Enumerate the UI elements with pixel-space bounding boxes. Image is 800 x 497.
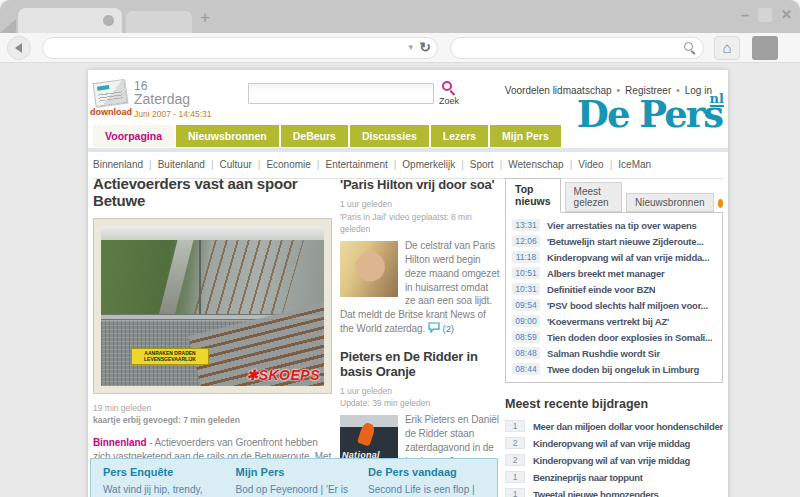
home-button[interactable]: ⌂ <box>714 36 740 60</box>
news-title[interactable]: 'Koevermans vertrekt bij AZ' <box>547 316 669 327</box>
sidebar-tab-nieuwsbronnen[interactable]: Nieuwsbronnen <box>626 193 714 212</box>
top-news-row[interactable]: 13:31 Vier arrestaties na tip over wapen… <box>506 217 722 233</box>
sub-nav-link[interactable]: Buitenland <box>158 159 205 170</box>
sub-nav-link[interactable]: Sport <box>470 159 494 170</box>
sub-nav-link[interactable]: Economie <box>266 159 310 170</box>
recent-row[interactable]: 1 Tweetal nieuwe homozenders <box>505 488 723 497</box>
recent-title[interactable]: Kinderopvang wil af van vrije middag <box>533 438 690 449</box>
photo-landscape <box>101 240 324 316</box>
reload-icon[interactable]: ↻ <box>419 39 431 55</box>
browser-tab-inactive[interactable] <box>126 11 192 33</box>
recent-title[interactable]: Benzineprijs naar toppunt <box>533 472 643 483</box>
news-title[interactable]: Twee doden bij ongeluk in Limburg <box>547 364 699 375</box>
top-news-row[interactable]: 09:00 'Koevermans vertrekt bij AZ' <box>506 313 722 329</box>
top-news-row[interactable]: 08:48 Salman Rushdie wordt Sir <box>506 345 722 361</box>
new-tab-button[interactable]: + <box>200 9 210 26</box>
main-nav-tab[interactable]: DeBeurs <box>281 125 348 147</box>
top-news-row[interactable]: 12:06 'Betuwelijn start nieuwe Zijderout… <box>506 233 722 249</box>
news-title[interactable]: Definitief einde voor BZN <box>547 284 655 295</box>
panel-text[interactable]: Second Life is een flop | 'Aantal actiev… <box>368 483 485 497</box>
browser-search-input[interactable] <box>450 37 704 59</box>
news-title[interactable]: Albers breekt met manager <box>547 268 665 279</box>
browser-tabstrip: + – ✕ <box>0 0 800 33</box>
rss-icon[interactable] <box>718 199 723 208</box>
news-title[interactable]: Salman Rushdie wordt Sir <box>547 348 660 359</box>
site-search-icon[interactable] <box>442 81 452 91</box>
main-nav: Voorpagina Nieuwsbronnen DeBeurs Discuss… <box>93 125 563 147</box>
url-bar[interactable]: ▾ ↻ <box>42 37 438 59</box>
recent-row[interactable]: 1 Benzineprijs naar toppunt <box>505 471 723 483</box>
sub-nav-separator: | <box>394 159 397 170</box>
back-button[interactable] <box>7 36 31 60</box>
browser-tab-active[interactable] <box>18 8 122 33</box>
panel-text[interactable]: Wat vind jij hip, trendy, populair en ec… <box>103 483 220 497</box>
lead-article-title[interactable]: Actievoerders vast aan spoor Betuwe <box>93 176 333 210</box>
top-news-row[interactable]: 08:44 Twee doden bij ongeluk in Limburg <box>506 361 722 377</box>
panel-text[interactable]: Bod op Feyenoord | 'Er is geen stervelin… <box>236 483 353 497</box>
lead-category-label[interactable]: Binnenland <box>93 437 146 448</box>
recent-title[interactable]: Tweetal nieuwe homozenders <box>533 489 659 497</box>
bottom-panel-column: Pers Enquête Wat vind jij hip, trendy, p… <box>95 466 228 497</box>
recent-row[interactable]: 2 Kinderopvang wil af van vrije middag <box>505 454 723 466</box>
news-timestamp: 11:18 <box>512 251 540 263</box>
main-nav-tab[interactable]: Lezers <box>431 125 488 147</box>
recent-row[interactable]: 2 Kinderopvang wil af van vrije middag <box>505 437 723 449</box>
maximize-button[interactable] <box>758 8 772 22</box>
top-news-row[interactable]: 10:31 Definitief einde voor BZN <box>506 281 722 297</box>
panel-heading[interactable]: De Pers vandaag <box>368 466 485 478</box>
news-title[interactable]: Tien doden door explosies in Somali... <box>547 332 712 343</box>
article-update: 'Paris in Jail' video geplaatst: 8 min g… <box>340 211 501 237</box>
news-title[interactable]: Vier arrestaties na tip over wapens <box>547 220 697 231</box>
sub-nav-link[interactable]: Entertainment <box>325 159 387 170</box>
sub-nav-link[interactable]: Cultuur <box>220 159 252 170</box>
sidebar: Top nieuws Meest gelezen Nieuwsbronnen 1… <box>505 178 723 497</box>
url-dropdown-icon[interactable]: ▾ <box>408 42 413 52</box>
recent-title[interactable]: Kinderopvang wil af van vrije middag <box>533 455 690 466</box>
lead-photo[interactable]: AANRAKEN DRADEN LEVENSGEVAARLIJK ✱SKOEPS <box>101 226 324 386</box>
sub-nav-link[interactable]: Video <box>578 159 603 170</box>
sub-nav-separator: | <box>461 159 464 170</box>
sub-nav-link[interactable]: Binnenland <box>93 159 143 170</box>
newspaper-icon[interactable] <box>92 79 127 107</box>
recent-row[interactable]: 1 Meer dan miljoen dollar voor hondensch… <box>505 420 723 432</box>
article-thumbnail[interactable] <box>340 241 398 297</box>
top-news-row[interactable]: 11:18 Kinderopvang wil af van vrije midd… <box>506 249 722 265</box>
article-title[interactable]: Pieters en De Ridder in basis Oranje <box>340 350 501 380</box>
sub-nav-separator: | <box>258 159 261 170</box>
recent-count-badge: 1 <box>505 420 525 432</box>
main-nav-tab[interactable]: Discussies <box>350 125 429 147</box>
news-title[interactable]: 'Betuwelijn start nieuwe Zijderoute... <box>547 236 704 247</box>
download-link[interactable]: download <box>90 107 132 117</box>
sub-nav-link[interactable]: Opmerkelijk <box>402 159 455 170</box>
sidebar-tabs: Top nieuws Meest gelezen Nieuwsbronnen <box>505 178 723 212</box>
minimize-button[interactable]: – <box>741 8 749 22</box>
recent-count-badge: 2 <box>505 437 525 449</box>
article-comments[interactable]: (2) <box>428 323 454 334</box>
date-day-name: Zaterdag <box>134 91 190 107</box>
sub-nav-link[interactable]: IceMan <box>618 159 651 170</box>
news-title[interactable]: Kinderopvang wil af van vrije midda... <box>547 252 709 263</box>
top-news-row[interactable]: 09:54 'PSV bood slechts half miljoen voo… <box>506 297 722 313</box>
depers-page: download 16 Zaterdag Juni 2007 - 14:45:3… <box>88 70 728 497</box>
panel-heading[interactable]: Pers Enquête <box>103 466 220 478</box>
search-icon <box>684 42 693 51</box>
sub-nav-link[interactable]: Wetenschap <box>508 159 563 170</box>
close-button[interactable]: ✕ <box>781 8 792 22</box>
main-nav-tab[interactable]: Mijn Pers <box>490 125 561 147</box>
photo-rails <box>193 240 304 316</box>
sidebar-tab-top-nieuws[interactable]: Top nieuws <box>505 178 561 213</box>
news-title[interactable]: 'PSV bood slechts half miljoen voor... <box>547 300 708 311</box>
article-title[interactable]: 'Paris Hilton vrij door soa' <box>340 178 501 193</box>
main-nav-tab[interactable]: Voorpagina <box>93 125 174 147</box>
top-news-row[interactable]: 08:59 Tien doden door explosies in Somal… <box>506 329 722 345</box>
main-nav-tab[interactable]: Nieuwsbronnen <box>176 125 279 147</box>
panel-heading[interactable]: Mijn Pers <box>236 466 353 478</box>
recent-title[interactable]: Meer dan miljoen dollar voor hondenschil… <box>533 421 723 432</box>
menu-button[interactable] <box>752 36 778 60</box>
sidebar-tab-meest-gelezen[interactable]: Meest gelezen <box>565 182 622 212</box>
top-news-row[interactable]: 10:51 Albers breekt met manager <box>506 265 722 281</box>
site-logo[interactable]: De Pers nl <box>577 96 722 132</box>
site-search-label[interactable]: Zoek <box>439 96 459 106</box>
site-search-input[interactable] <box>248 83 434 104</box>
bottom-panel-column: De Pers vandaag Second Life is een flop … <box>360 466 493 497</box>
